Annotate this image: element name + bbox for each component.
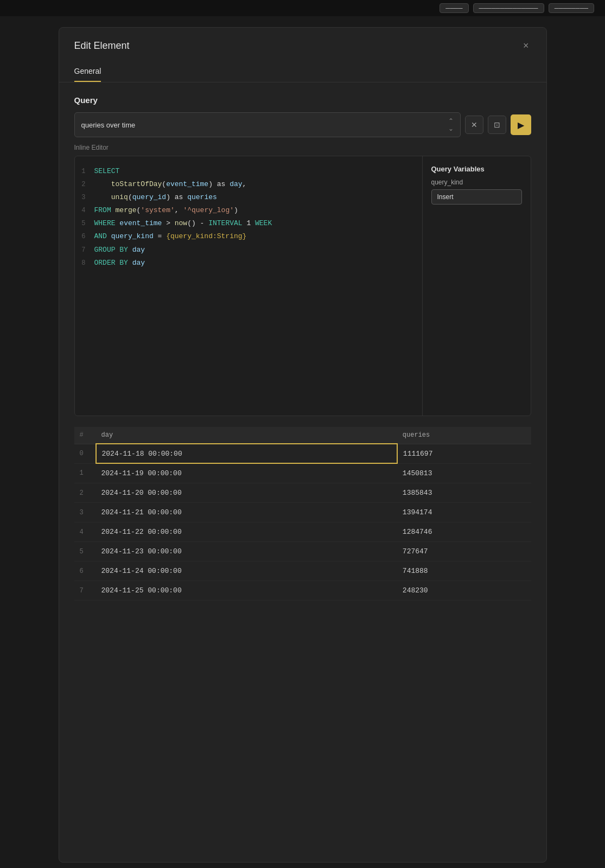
topbar-btn-1[interactable]: ──── [440,3,468,13]
run-button[interactable]: ▶ [511,114,531,135]
results-table: # day queries 02024-11-18 00:00:00111169… [74,427,531,601]
table-row: 72024-11-25 00:00:00248230 [74,581,531,601]
table-row: 42024-11-22 00:00:001284746 [74,522,531,542]
cell-day: 2024-11-18 00:00:00 [96,444,397,463]
code-area[interactable]: 1 SELECT 2 toStartOfDay(event_time) as d… [75,156,422,416]
table-row: 62024-11-24 00:00:00741888 [74,561,531,581]
col-header-index: # [74,427,96,444]
clear-button[interactable]: ✕ [465,116,483,134]
cell-index: 6 [74,561,96,581]
chevron-down-icon: ⌃⌄ [448,117,454,132]
query-name: queries over time [81,121,136,129]
code-line-1: 1 SELECT [75,165,422,178]
play-icon: ▶ [518,120,524,130]
cell-index: 4 [74,522,96,542]
cell-queries: 1111697 [397,444,531,463]
query-variables-title: Query Variables [431,165,522,173]
table-row: 12024-11-19 00:00:001450813 [74,463,531,483]
cell-queries: 1394174 [397,503,531,522]
query-bar: queries over time ⌃⌄ ✕ ⊡ ▶ [74,112,531,137]
code-editor[interactable]: 1 SELECT 2 toStartOfDay(event_time) as d… [74,156,531,416]
code-line-6: 6 AND query_kind = {query_kind:String} [75,230,422,243]
cell-queries: 1284746 [397,522,531,542]
query-kind-label: query_kind [431,178,522,186]
code-line-4: 4 FROM merge('system', '^query_log') [75,204,422,217]
edit-element-modal: Edit Element × General Query queries ove… [59,27,547,863]
modal-header: Edit Element × [59,28,546,61]
cell-queries: 727647 [397,542,531,561]
cell-day: 2024-11-25 00:00:00 [96,581,397,601]
table-header-row: # day queries [74,427,531,444]
cell-queries: 1450813 [397,463,531,483]
tabs-container: General [59,61,546,82]
cell-day: 2024-11-24 00:00:00 [96,561,397,581]
cell-day: 2024-11-20 00:00:00 [96,483,397,503]
cell-queries: 741888 [397,561,531,581]
cell-index: 7 [74,581,96,601]
table-row: 22024-11-20 00:00:001385843 [74,483,531,503]
topbar-btn-3[interactable]: ──────── [549,3,594,13]
inline-editor-label: Inline Editor [74,144,531,151]
query-selector[interactable]: queries over time ⌃⌄ [74,112,461,137]
save-button[interactable]: ⊡ [488,116,506,134]
code-line-8: 8 ORDER BY day [75,257,422,270]
cell-queries: 1385843 [397,483,531,503]
cell-day: 2024-11-22 00:00:00 [96,522,397,542]
topbar-btn-2[interactable]: ────────────── [473,3,544,13]
close-button[interactable]: × [521,39,531,53]
cell-index: 3 [74,503,96,522]
cell-day: 2024-11-23 00:00:00 [96,542,397,561]
cell-index: 1 [74,463,96,483]
table-row: 02024-11-18 00:00:001111697 [74,444,531,463]
cell-day: 2024-11-21 00:00:00 [96,503,397,522]
query-section-title: Query [74,95,531,105]
results-container: # day queries 02024-11-18 00:00:00111169… [74,427,531,601]
cell-index: 5 [74,542,96,561]
cell-index: 2 [74,483,96,503]
cell-day: 2024-11-19 00:00:00 [96,463,397,483]
modal-title: Edit Element [74,40,130,52]
query-variables-panel: Query Variables query_kind [422,156,531,416]
code-line-2: 2 toStartOfDay(event_time) as day, [75,178,422,191]
code-line-3: 3 uniq(query_id) as queries [75,191,422,204]
cell-queries: 248230 [397,581,531,601]
code-line-7: 7 GROUP BY day [75,244,422,257]
table-row: 32024-11-21 00:00:001394174 [74,503,531,522]
col-header-queries: queries [397,427,531,444]
save-icon: ⊡ [494,120,500,129]
code-line-5: 5 WHERE event_time > now() - INTERVAL 1 … [75,217,422,230]
close-icon: ✕ [471,120,477,129]
col-header-day: day [96,427,397,444]
query-section: Query queries over time ⌃⌄ ✕ ⊡ ▶ Inline … [59,95,546,601]
query-kind-input[interactable] [431,189,522,205]
top-bar: ──── ────────────── ──────── [0,0,605,16]
cell-index: 0 [74,444,96,463]
table-row: 52024-11-23 00:00:00727647 [74,542,531,561]
tab-general[interactable]: General [74,61,101,82]
